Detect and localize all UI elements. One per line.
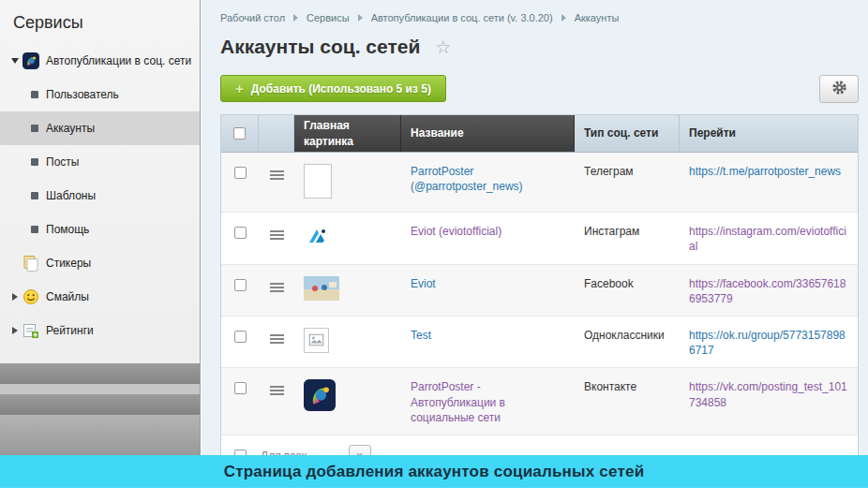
account-url-link[interactable]: https://instagram.com/eviotofficial — [689, 224, 848, 254]
parrotposter-logo-icon — [22, 52, 39, 69]
caption-text: Страница добавления аккаунтов социальных… — [224, 463, 645, 481]
account-url-link[interactable]: https://vk.com/posting_test_101734858 — [689, 379, 848, 409]
bottom-strip — [0, 488, 868, 501]
account-url-link[interactable]: https://t.me/parrotposter_news — [689, 164, 848, 179]
eviot-logo-image[interactable] — [304, 224, 392, 250]
row-checkbox[interactable] — [234, 227, 247, 239]
breadcrumb-item-accounts[interactable]: Аккаунты — [575, 12, 620, 23]
table-row: Eviot Facebook https://facebook.com/3365… — [221, 265, 858, 317]
account-url-link[interactable]: https://facebook.com/336576186953779 — [689, 276, 848, 306]
drag-handle-icon[interactable] — [270, 167, 284, 212]
main-content: Рабочий стол Сервисы Автопубликации в со… — [202, 0, 868, 501]
row-checkbox[interactable] — [234, 382, 247, 394]
stickers-icon — [22, 255, 39, 272]
bullet-icon — [31, 192, 38, 199]
account-photo-image[interactable] — [304, 276, 392, 301]
sidebar-item-ratings[interactable]: Рейтинги — [0, 314, 200, 347]
breadcrumb-arrow-icon — [293, 14, 298, 22]
ratings-icon — [22, 322, 39, 339]
row-checkbox[interactable] — [234, 279, 247, 291]
favorite-star-icon[interactable]: ☆ — [435, 38, 451, 56]
sidebar-item-label: Посты — [46, 155, 79, 169]
sidebar-item-label: Пользователь — [46, 88, 119, 101]
drag-handle-icon[interactable] — [270, 279, 284, 316]
drag-handle-icon[interactable] — [270, 382, 284, 435]
network-type: Одноклассники — [584, 329, 665, 342]
accounts-table: Главная картинка Название Тип соц. сети … — [220, 114, 859, 478]
bullet-icon — [31, 91, 38, 98]
image-placeholder-icon[interactable] — [304, 328, 392, 353]
sidebar-item-smilies[interactable]: Смайлы — [0, 280, 200, 314]
sidebar-item-label: Смайлы — [46, 290, 89, 303]
plus-icon: + — [235, 81, 244, 96]
account-name-link[interactable]: Test — [411, 328, 565, 343]
sidebar-item-stickers[interactable]: Стикеры — [0, 246, 200, 280]
network-type: Телеграм — [584, 165, 634, 178]
breadcrumb-item-services[interactable]: Сервисы — [307, 12, 350, 23]
breadcrumb-arrow-icon — [561, 14, 566, 22]
col-header-image[interactable]: Главная картинка — [294, 115, 401, 152]
page-title: Аккаунты соц. сетей — [220, 36, 420, 58]
smiley-icon — [22, 288, 39, 305]
drag-handle-icon[interactable] — [270, 227, 284, 263]
sidebar-title: Сервисы — [0, 0, 200, 44]
add-account-button[interactable]: + Добавить (Использовано 5 из 5) — [220, 75, 446, 102]
select-all-checkbox[interactable] — [233, 127, 246, 140]
table-header: Главная картинка Название Тип соц. сети … — [221, 115, 858, 153]
toolbar: + Добавить (Использовано 5 из 5) — [220, 75, 861, 103]
account-image-blank[interactable] — [304, 164, 332, 199]
add-button-label: Добавить (Использовано 5 из 5) — [251, 82, 431, 96]
sidebar-item-label: Аккаунты — [46, 122, 95, 135]
sidebar-collapsed-panels — [0, 356, 200, 456]
sidebar-item-label: Стикеры — [46, 257, 91, 270]
table-row: ParrotPoster - Автопубликации в социальн… — [221, 368, 858, 435]
sidebar-item-label: Рейтинги — [46, 324, 94, 337]
chevron-right-icon[interactable] — [7, 293, 22, 301]
breadcrumb-item-autopublish[interactable]: Автопубликации в соц. сети (v. 3.0.20) — [371, 12, 553, 23]
sidebar-item-label: Шаблоны — [46, 189, 96, 202]
bullet-icon — [31, 125, 38, 132]
col-header-type[interactable]: Тип соц. сети — [575, 115, 680, 152]
drag-column-header — [259, 115, 294, 152]
table-row: Test Одноклассники https://ok.ru/group/5… — [221, 317, 858, 368]
sidebar-item-accounts[interactable]: Аккаунты — [0, 111, 200, 145]
sidebar-tree: Автопубликации в соц. сети Пользователь … — [0, 44, 200, 347]
title-row: Аккаунты соц. сетей ☆ — [202, 23, 868, 58]
breadcrumb: Рабочий стол Сервисы Автопубликации в со… — [202, 0, 868, 23]
account-name-link[interactable]: Eviot — [411, 276, 565, 291]
sidebar-item-posts[interactable]: Посты — [0, 145, 200, 179]
breadcrumb-arrow-icon — [358, 14, 363, 22]
settings-button[interactable] — [819, 75, 859, 103]
app-window: Сервисы Автопубликации в соц. сети Польз… — [0, 0, 868, 501]
network-type: Инстаграм — [584, 225, 639, 238]
sidebar-item-label: Помощь — [46, 223, 89, 236]
bullet-icon — [31, 158, 38, 166]
account-url-link[interactable]: https://ok.ru/group/57731578986717 — [689, 328, 848, 358]
caption-banner: Страница добавления аккаунтов социальных… — [0, 455, 868, 488]
sidebar-item-user[interactable]: Пользователь — [0, 78, 200, 111]
parrotposter-logo-image[interactable] — [304, 379, 392, 411]
col-header-name[interactable]: Название — [401, 115, 575, 152]
breadcrumb-item-desktop[interactable]: Рабочий стол — [220, 12, 285, 23]
sidebar-item-help[interactable]: Помощь — [0, 213, 200, 246]
account-name-link[interactable]: ParrotPoster - Автопубликации в социальн… — [411, 379, 565, 425]
network-type: Facebook — [584, 277, 634, 290]
table-row: ParrotPoster (@parrotposter_news) Телегр… — [221, 153, 858, 213]
sidebar-item-autopublish[interactable]: Автопубликации в соц. сети — [0, 44, 200, 78]
col-header-go[interactable]: Перейти — [680, 115, 858, 152]
row-checkbox[interactable] — [234, 331, 247, 343]
network-type: Вконтакте — [584, 380, 636, 393]
table-row: Eviot (eviotofficial) Инстаграм https://… — [221, 213, 858, 264]
row-checkbox[interactable] — [234, 167, 247, 179]
sidebar-item-templates[interactable]: Шаблоны — [0, 179, 200, 213]
chevron-down-icon[interactable] — [7, 58, 22, 64]
sidebar: Сервисы Автопубликации в соц. сети Польз… — [0, 0, 201, 501]
account-name-link[interactable]: Eviot (eviotofficial) — [411, 224, 565, 239]
bullet-icon — [31, 226, 38, 233]
gear-icon — [831, 80, 847, 98]
drag-handle-icon[interactable] — [270, 331, 284, 367]
account-name-link[interactable]: ParrotPoster (@parrotposter_news) — [411, 164, 565, 194]
sidebar-item-label: Автопубликации в соц. сети — [46, 54, 191, 67]
chevron-right-icon[interactable] — [7, 327, 22, 334]
